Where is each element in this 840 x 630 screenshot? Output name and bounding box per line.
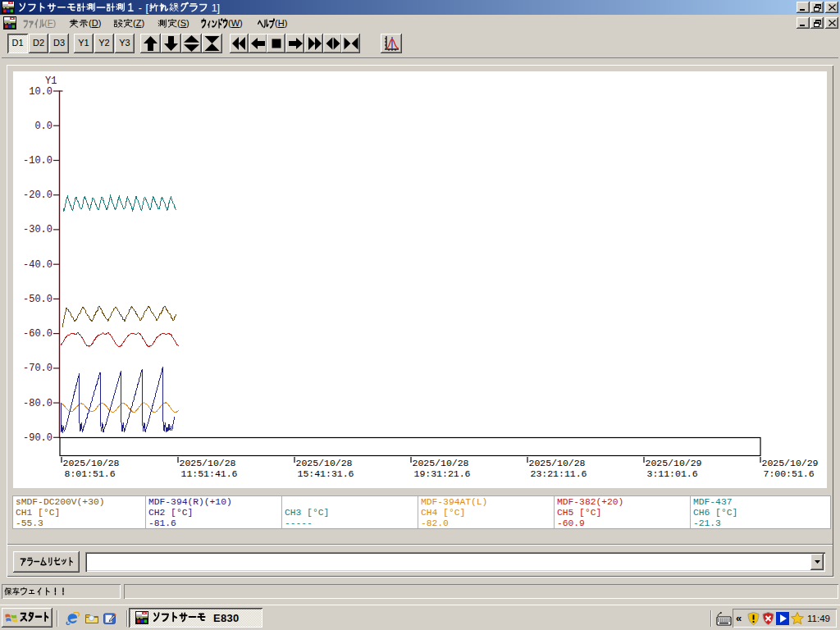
svg-text:2025/10/28: 2025/10/28: [296, 458, 353, 468]
svg-text:0.0: 0.0: [34, 121, 52, 132]
svg-text:-50.0: -50.0: [23, 294, 52, 305]
svg-text:-10.0: -10.0: [23, 155, 52, 167]
svg-text:Y1: Y1: [45, 75, 57, 87]
svg-text:2025/10/28: 2025/10/28: [529, 458, 586, 468]
svg-text:2025/10/29: 2025/10/29: [762, 458, 819, 468]
svg-text:3:11:01.6: 3:11:01.6: [647, 468, 698, 479]
svg-text:23:21:11.6: 23:21:11.6: [531, 468, 587, 479]
svg-text:15:41:31.6: 15:41:31.6: [298, 468, 354, 479]
svg-text:-40.0: -40.0: [23, 259, 52, 271]
svg-text:8:01:51.6: 8:01:51.6: [65, 468, 116, 479]
svg-text:11:51:41.6: 11:51:41.6: [181, 468, 238, 479]
svg-text:2025/10/28: 2025/10/28: [180, 458, 236, 468]
svg-text:-80.0: -80.0: [23, 398, 52, 409]
svg-text:7:00:51.6: 7:00:51.6: [764, 468, 815, 479]
svg-text:-30.0: -30.0: [23, 224, 52, 235]
svg-text:2025/10/29: 2025/10/29: [646, 458, 702, 468]
svg-text:-: -: [139, 2, 142, 14]
svg-text:2025/10/28: 2025/10/28: [63, 458, 120, 468]
svg-text:19:31:21.6: 19:31:21.6: [414, 468, 471, 479]
svg-text:1: 1: [212, 2, 217, 14]
svg-text:-70.0: -70.0: [23, 363, 52, 374]
svg-text:-20.0: -20.0: [23, 189, 52, 201]
svg-text:-60.0: -60.0: [23, 328, 52, 340]
svg-text:-90.0: -90.0: [23, 432, 52, 444]
svg-text:]: ]: [217, 2, 221, 14]
svg-text:2025/10/28: 2025/10/28: [413, 458, 469, 468]
svg-text:[: [: [145, 2, 148, 14]
svg-text:10.0: 10.0: [29, 86, 52, 98]
